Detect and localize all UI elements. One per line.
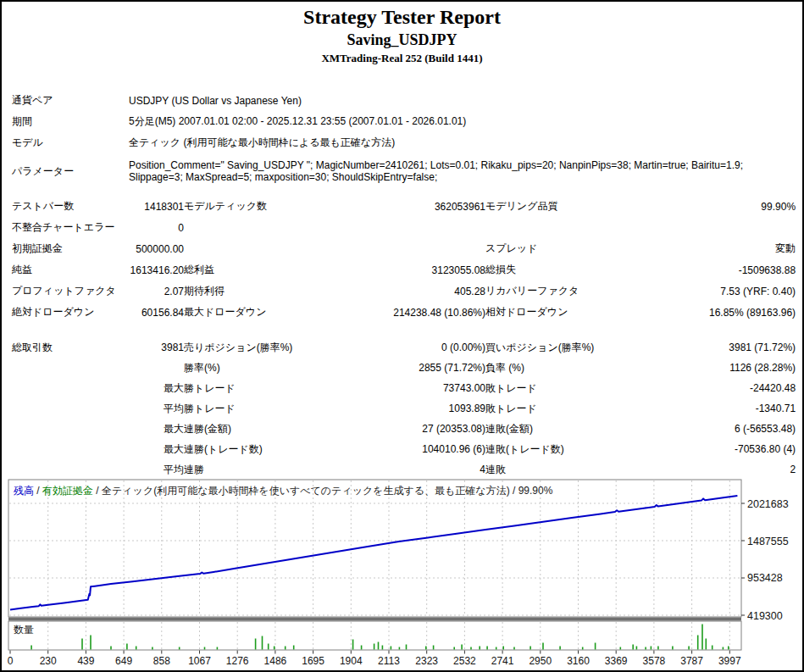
expert-name: Saving_USDJPY	[2, 31, 802, 49]
stat-label: 連勝(トレード数)	[184, 439, 319, 459]
stats-row: テストバー数1418301モデルティック数362053961モデリング品質99.…	[12, 196, 796, 217]
stat-label	[12, 398, 129, 419]
stat-label	[12, 419, 129, 439]
stat-value: 60156.84	[129, 302, 184, 323]
stats-row: パラメーターPosition_Comment=" Saving_USDJPY "…	[12, 153, 796, 189]
stat-value	[319, 238, 485, 259]
stat-value	[319, 217, 485, 238]
stats-table: 通貨ペアUSDJPY (US Dollar vs Japanese Yen)期間…	[12, 90, 796, 480]
stats-row: 最大連勝(金額)27 (20353.08)連敗(金額)6 (-56553.48)	[12, 419, 796, 439]
stat-value: 変動	[608, 238, 796, 259]
stat-label: スプレッド	[485, 238, 608, 259]
legend-equity-label: 有効証拠金	[42, 485, 93, 497]
legend-balance-label: 残高	[14, 485, 34, 497]
x-axis-label: 3997	[718, 655, 741, 667]
y-axis-label: 953428	[747, 573, 783, 585]
legend-separator: /	[510, 485, 518, 497]
stat-value: -70536.80 (4)	[608, 439, 796, 459]
stat-value: 1418301	[129, 196, 184, 217]
stat-value: 1093.89	[319, 398, 485, 419]
stats-row: 不整合チャートエラー0	[12, 217, 796, 238]
stat-value: 214238.48 (10.86%)	[319, 302, 485, 323]
stat-label: 連勝(金額)	[184, 419, 319, 439]
stat-label	[12, 439, 129, 459]
stat-label: 連敗(金額)	[485, 419, 608, 439]
x-axis-label: 3369	[605, 655, 628, 667]
legend-model-note: 全ティック(利用可能な最小時間枠を使いすべてのティックを生成する、最も正確な方法…	[102, 485, 510, 497]
y-axis-label: 1487555	[747, 536, 789, 547]
stat-label	[12, 378, 129, 398]
strategy-tester-report-page: Strategy Tester Report Saving_USDJPY XMT…	[0, 0, 804, 672]
main-plot-frame	[8, 480, 741, 617]
x-axis-label: 1067	[188, 655, 211, 667]
stat-label	[12, 358, 129, 378]
stat-value: 27 (20353.08)	[319, 419, 485, 439]
stats-row: 初期証拠金500000.00スプレッド変動	[12, 238, 796, 259]
stat-value: 平均	[129, 398, 184, 419]
stat-value: 362053961	[319, 196, 485, 217]
stat-value: 4	[319, 459, 485, 480]
y-axis-label: 419300	[747, 610, 783, 622]
stat-value: 0 (0.00%)	[319, 337, 485, 358]
stat-value: 2.07	[129, 280, 184, 302]
x-axis-label: 439	[77, 655, 94, 667]
stats-spacer	[12, 189, 796, 196]
x-axis-label: 649	[115, 655, 132, 667]
stat-value: 最大	[129, 439, 184, 459]
stat-value: 1613416.20	[129, 259, 184, 280]
stat-label: 不整合チャートエラー	[12, 217, 129, 238]
stat-label: 敗トレード	[485, 378, 608, 398]
stat-value: 73743.00	[319, 378, 485, 398]
legend-quality: 99.90%	[518, 485, 553, 497]
stat-label: 勝トレード	[184, 398, 319, 419]
x-axis-label: 1904	[340, 655, 363, 667]
x-axis-label: 1276	[226, 655, 249, 667]
stat-label: 負率 (%)	[485, 358, 608, 378]
stat-value: 405.28	[319, 280, 485, 302]
stats-row: 絶対ドローダウン60156.84最大ドローダウン214238.48 (10.86…	[12, 302, 796, 323]
stat-value: 最大	[129, 378, 184, 398]
x-axis-label: 2532	[453, 655, 476, 667]
stat-value: -24420.48	[608, 378, 796, 398]
balance-chart: 残高 / 有効証拠金 / 全ティック(利用可能な最小時間枠を使いすべてのティック…	[2, 478, 804, 672]
stat-label: 総取引数	[12, 337, 129, 358]
stat-value: 2855 (71.72%)	[319, 358, 485, 378]
stat-value: 7.53 (YRF: 0.40)	[608, 280, 796, 302]
stat-label: 勝トレード	[184, 378, 319, 398]
stats-row: 総取引数3981売りポジション(勝率%)0 (0.00%)買いポジション(勝率%…	[12, 337, 796, 358]
stat-value: 5分足(M5) 2007.01.01 02:00 - 2025.12.31 23…	[129, 111, 796, 132]
stats-spacer	[12, 323, 796, 337]
stat-label: テストバー数	[12, 196, 129, 217]
stat-label: 敗トレード	[485, 398, 608, 419]
stats-row	[12, 189, 796, 196]
stats-row: 平均勝トレード1093.89敗トレード-1340.71	[12, 398, 796, 419]
stat-label: 総損失	[485, 259, 608, 280]
stat-value: 3981 (71.72%)	[608, 337, 796, 358]
stats-row: 最大勝トレード73743.00敗トレード-24420.48	[12, 378, 796, 398]
stat-value: 0	[129, 217, 184, 238]
stats-row: プロフィットファクタ2.07期待利得405.28リカバリーファクタ7.53 (Y…	[12, 280, 796, 302]
x-axis-label: 2323	[415, 655, 438, 667]
stat-label: 最大ドローダウン	[184, 302, 319, 323]
stat-value: 500000.00	[129, 238, 184, 259]
x-axis-label: 3578	[643, 655, 666, 667]
stat-label: 勝率(%)	[184, 358, 319, 378]
stat-label	[485, 217, 608, 238]
stat-label	[184, 217, 319, 238]
legend-separator: /	[34, 485, 42, 497]
stat-label: パラメーター	[12, 153, 129, 189]
stat-label: 通貨ペア	[12, 90, 129, 111]
plot-separator	[8, 618, 741, 621]
stat-value: 104010.96 (6)	[319, 439, 485, 459]
stat-value: Position_Comment=" Saving_USDJPY "; Magi…	[129, 153, 796, 189]
stats-row: 最大連勝(トレード数)104010.96 (6)連敗(トレード数)-70536.…	[12, 439, 796, 459]
stat-value: 6 (-56553.48)	[608, 419, 796, 439]
stat-value: -1509638.88	[608, 259, 796, 280]
stat-value	[608, 217, 796, 238]
stat-label: 連敗(トレード数)	[485, 439, 608, 459]
stat-label: モデルティック数	[184, 196, 319, 217]
stat-label: 買いポジション(勝率%)	[485, 337, 608, 358]
stats-row	[12, 323, 796, 337]
stat-value: 3123055.08	[319, 259, 485, 280]
stat-label	[184, 238, 319, 259]
